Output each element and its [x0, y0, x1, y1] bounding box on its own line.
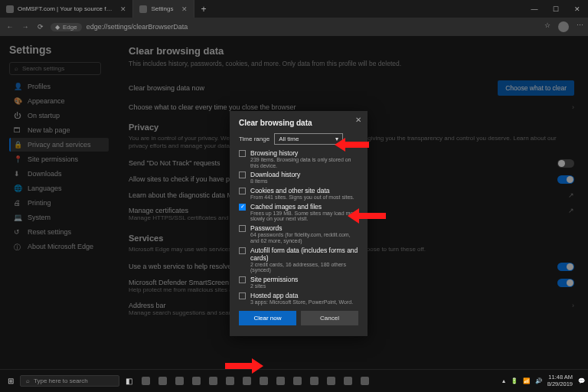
option-desc: 2 sites [250, 283, 358, 289]
favorite-icon[interactable]: ☆ [544, 21, 550, 32]
option-title: Hosted app data [250, 292, 358, 299]
notifications-icon[interactable]: 💬 [578, 377, 585, 384]
app-icon[interactable] [273, 374, 288, 389]
annotation-arrow [225, 356, 263, 376]
app-icon[interactable] [289, 374, 305, 389]
tray-icon[interactable]: 🔊 [535, 377, 542, 384]
tray-icon[interactable]: 🔋 [511, 377, 518, 384]
option-desc: 239 items. Browsing data is only stored … [250, 157, 358, 168]
profile-avatar[interactable] [558, 21, 569, 32]
option-desc: 64 passwords (for fidelity.com, reddit.c… [250, 232, 358, 243]
checkbox[interactable] [239, 225, 246, 232]
clock[interactable]: 11:48 AM 8/29/2019 [547, 374, 573, 387]
app-icon[interactable] [357, 374, 372, 389]
svg-marker-0 [335, 138, 369, 152]
close-tab-icon[interactable]: ✕ [181, 5, 188, 13]
new-tab-button[interactable]: + [194, 4, 212, 15]
app-icon[interactable] [155, 374, 170, 389]
app-icon[interactable] [323, 374, 338, 389]
clear-option-hosted-app-data[interactable]: Hosted app data3 apps: Microsoft Store, … [239, 292, 358, 305]
search-icon: ⌕ [26, 377, 30, 384]
task-view-icon[interactable]: ◧ [121, 374, 136, 389]
clear-now-button[interactable]: Clear now [239, 311, 296, 325]
more-icon[interactable]: ⋯ [577, 21, 583, 32]
app-icon[interactable] [340, 374, 355, 389]
window-controls: — ☐ ✕ [524, 5, 588, 13]
option-title: Site permissions [250, 276, 358, 283]
clear-option-cached-images-and-files[interactable]: Cached images and filesFrees up 139 MB. … [239, 203, 358, 222]
dialog-close-button[interactable]: ✕ [355, 116, 361, 124]
clear-option-download-history[interactable]: Download history8 items [239, 171, 358, 185]
app-icon[interactable] [306, 374, 322, 389]
annotation-arrow [348, 206, 386, 226]
start-button[interactable]: ⊞ [3, 374, 18, 389]
cancel-button[interactable]: Cancel [301, 311, 358, 325]
dialog-title: Clear browsing data [239, 119, 358, 127]
close-tab-icon[interactable]: ✕ [120, 5, 126, 13]
favicon-icon [6, 5, 14, 13]
forward-button[interactable]: → [20, 23, 31, 31]
checkbox[interactable] [239, 247, 246, 254]
reload-button[interactable]: ⟳ [35, 23, 46, 31]
minimize-button[interactable]: — [524, 5, 545, 13]
app-icon[interactable] [205, 374, 220, 389]
option-desc: Frees up 139 MB. Some sites may load mor… [250, 211, 358, 222]
clear-option-autofill-form-data-includes-forms-and-cards-[interactable]: Autofill form data (includes forms and c… [239, 247, 358, 273]
app-icon[interactable] [138, 374, 153, 389]
app-icon[interactable] [188, 374, 204, 389]
app-icon[interactable] [172, 374, 187, 389]
option-desc: 3 apps: Microsoft Store, PowerPoint, Wor… [250, 299, 358, 305]
url-text[interactable]: edge://settings/clearBrowserData [87, 23, 540, 31]
clear-option-site-permissions[interactable]: Site permissions2 sites [239, 276, 358, 289]
tab-settings[interactable]: Settings ✕ [133, 0, 194, 18]
edge-chip: ◆ Edge [51, 23, 82, 31]
checkbox[interactable] [239, 204, 246, 211]
system-tray: ▴ 🔋 📶 🔊 11:48 AM 8/29/2019 💬 [502, 374, 585, 387]
checkbox[interactable] [239, 150, 246, 157]
tab-label: OnMSFT.com | Your top source f… [18, 5, 112, 12]
favicon-icon [139, 5, 147, 13]
option-desc: From 441 sites. Signs you out of most si… [250, 194, 358, 201]
back-button[interactable]: ← [5, 23, 15, 31]
tab-onmsft[interactable]: OnMSFT.com | Your top source f… ✕ [0, 0, 133, 18]
tab-label: Settings [151, 5, 173, 12]
checkbox[interactable] [239, 188, 246, 194]
option-title: Cookies and other site data [250, 187, 358, 194]
clear-option-cookies-and-other-site-data[interactable]: Cookies and other site dataFrom 441 site… [239, 187, 358, 201]
option-title: Autofill form data (includes forms and c… [250, 247, 358, 262]
checkbox[interactable] [239, 276, 246, 283]
option-desc: 2 credit cards, 16 addresses, 180 others… [250, 262, 358, 273]
taskbar: ⊞ ⌕ Type here to search ◧ ▴ 🔋 📶 🔊 11:48 … [0, 369, 588, 392]
annotation-arrow [335, 136, 369, 154]
option-title: Passwords [250, 224, 358, 232]
titlebar: OnMSFT.com | Your top source f… ✕ Settin… [0, 0, 588, 18]
maximize-button[interactable]: ☐ [545, 5, 567, 13]
tray-icon[interactable]: 📶 [523, 377, 530, 384]
checkbox[interactable] [239, 292, 246, 299]
time-range-select[interactable]: All time ▾ [274, 133, 343, 145]
svg-marker-2 [225, 358, 263, 374]
time-range-label: Time range [239, 136, 270, 142]
address-bar: ← → ⟳ ◆ Edge edge://settings/clearBrowse… [0, 18, 588, 36]
clear-option-passwords[interactable]: Passwords64 passwords (for fidelity.com,… [239, 224, 358, 243]
checkbox[interactable] [239, 172, 246, 178]
option-desc: 8 items [250, 178, 358, 185]
close-button[interactable]: ✕ [567, 5, 588, 13]
tray-icon[interactable]: ▴ [502, 377, 505, 384]
option-title: Download history [250, 171, 358, 178]
taskbar-search[interactable]: ⌕ Type here to search [20, 375, 119, 387]
option-title: Cached images and files [250, 203, 358, 211]
svg-marker-1 [348, 208, 386, 224]
